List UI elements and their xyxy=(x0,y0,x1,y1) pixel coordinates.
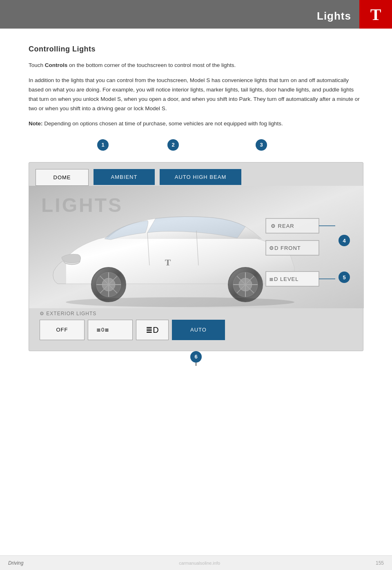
intro-paragraph-1: Touch Controls on the bottom corner of t… xyxy=(29,61,363,70)
callout-3-area: 3 xyxy=(256,139,262,150)
note-suffix: Depending on options chosen at time of p… xyxy=(44,120,283,127)
callout-row-top: 1 2 3 xyxy=(29,138,363,162)
intro1-suffix: on the bottom corner of the touchscreen … xyxy=(67,62,236,68)
callout-6: 6 xyxy=(190,351,202,363)
tesla-t-icon: T xyxy=(370,5,381,24)
callout-3: 3 xyxy=(256,139,267,151)
auto-high-beam-button[interactable]: AUTO HIGH BEAM xyxy=(160,169,241,185)
svg-text:T: T xyxy=(165,257,171,267)
note-prefix: Note: xyxy=(29,120,44,127)
svg-text:≣D  LEVEL: ≣D LEVEL xyxy=(269,276,298,282)
top-buttons-section: DOME AMBIENT AUTO HIGH BEAM xyxy=(29,163,363,186)
off-button[interactable]: OFF xyxy=(40,320,85,340)
svg-text:5: 5 xyxy=(343,274,345,281)
note-paragraph: Note: Depending on options chosen at tim… xyxy=(29,119,363,129)
intro1-bold: Controls xyxy=(45,62,68,68)
section-title: Controlling Lights xyxy=(29,45,363,53)
header: Lights T xyxy=(0,0,392,29)
auto-button[interactable]: AUTO xyxy=(172,320,225,340)
svg-text:4: 4 xyxy=(343,238,346,244)
exterior-lights-label: ⚙ EXTERIOR LIGHTS xyxy=(36,308,356,318)
parking-lights-button[interactable]: ≣0≣ xyxy=(88,320,133,340)
footer-watermark: carmanualsoline.info xyxy=(179,561,220,566)
lights-watermark: LIGHTS xyxy=(41,194,123,216)
callout-2-area: 2 xyxy=(167,139,174,150)
diagram-wrapper: 1 2 3 DOME AMBIENT AUTO HIGH BEAM xyxy=(29,138,363,384)
intro1-prefix: Touch xyxy=(29,62,45,68)
diagram-panel: DOME AMBIENT AUTO HIGH BEAM LIGHTS xyxy=(29,162,363,351)
svg-text:⚙ REAR: ⚙ REAR xyxy=(271,223,294,229)
tesla-logo: T xyxy=(359,0,392,29)
car-area: LIGHTS xyxy=(29,186,363,308)
svg-text:⚙D FRONT: ⚙D FRONT xyxy=(269,245,301,251)
header-title-area: Lights T xyxy=(317,0,392,29)
svg-point-19 xyxy=(66,297,294,307)
footer-page: 155 xyxy=(376,560,384,566)
intro-paragraph-2: In addition to the lights that you can c… xyxy=(29,76,363,114)
callout-1: 1 xyxy=(97,139,109,151)
bottom-section: ⚙ EXTERIOR LIGHTS OFF ≣0≣ ≣D AUTO xyxy=(29,308,363,351)
ambient-button[interactable]: AMBIENT xyxy=(94,169,155,185)
car-panel: LIGHTS xyxy=(29,186,363,351)
footer: Driving carmanualsoline.info 155 xyxy=(0,555,392,570)
bottom-buttons: OFF ≣0≣ ≣D AUTO xyxy=(36,318,356,344)
footer-left: Driving xyxy=(8,560,23,566)
callout-1-area: 1 xyxy=(97,139,103,150)
main-content: Controlling Lights Touch Controls on the… xyxy=(0,29,392,408)
callout-2: 2 xyxy=(167,139,179,151)
low-beam-button[interactable]: ≣D xyxy=(136,320,169,340)
page-title: Lights xyxy=(317,7,359,22)
callout-6-area: 6 xyxy=(29,351,363,384)
dome-button[interactable]: DOME xyxy=(36,169,89,186)
